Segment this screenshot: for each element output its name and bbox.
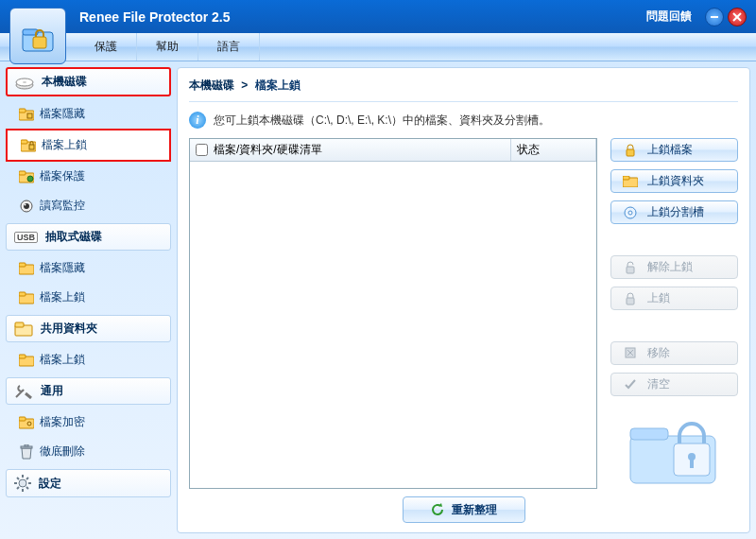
shared-folder-icon [14, 322, 33, 337]
sidebar-removable-items: 檔案隱藏 檔案上鎖 [6, 253, 171, 312]
action-label: 解除上鎖 [647, 259, 693, 275]
usb-icon: USB [14, 232, 38, 243]
work-area: 檔案/資料夾/硬碟清單 状态 上鎖檔案 上鎖資料夾 [189, 138, 738, 489]
folder-icon [19, 261, 34, 276]
svg-point-17 [27, 176, 33, 182]
action-label: 上鎖分割槽 [647, 204, 704, 220]
sidebar-item-removable-hide[interactable]: 檔案隱藏 [6, 253, 171, 283]
title-bar: Renee File Protector 2.5 問題回饋 [0, 0, 756, 33]
svg-point-34 [19, 479, 26, 487]
sidebar-cat-local-disk[interactable]: 本機磁碟 [6, 67, 171, 96]
breadcrumb-sep: > [241, 78, 248, 92]
sidebar-cat-removable[interactable]: USB 抽取式磁碟 [6, 223, 171, 251]
sidebar-item-label: 檔案上鎖 [42, 137, 87, 153]
sidebar-item-rw-monitor[interactable]: 讀寫監控 [6, 191, 171, 220]
svg-rect-45 [623, 176, 629, 180]
file-table: 檔案/資料夾/硬碟清單 状态 [189, 138, 597, 489]
folder-lock-icon [19, 353, 34, 368]
check-icon [623, 376, 638, 391]
unlock-icon [623, 260, 638, 275]
table-header: 檔案/資料夾/硬碟清單 状态 [190, 139, 596, 162]
action-label: 上鎖檔案 [647, 142, 693, 158]
sidebar-item-shared-lock[interactable]: 檔案上鎖 [6, 345, 171, 374]
svg-rect-11 [27, 113, 32, 118]
sidebar-cat-label: 本機磁碟 [42, 74, 87, 90]
lock-icon [623, 291, 638, 306]
footer: 重新整理 [189, 496, 738, 523]
sidebar-cat-label: 通用 [41, 383, 63, 399]
folder-lock-icon [21, 138, 36, 153]
folder-shield-icon [19, 169, 34, 184]
close-button[interactable] [728, 8, 747, 26]
sidebar-item-label: 檔案加密 [40, 414, 85, 430]
folder-lock-illustration [610, 404, 738, 489]
action-label: 清空 [647, 376, 670, 392]
action-label: 移除 [647, 345, 670, 361]
select-all-checkbox[interactable] [196, 144, 208, 156]
sidebar-item-file-lock[interactable]: 檔案上鎖 [6, 129, 171, 162]
sidebar-item-removable-lock[interactable]: 檔案上鎖 [6, 283, 171, 312]
lock-partition-button[interactable]: 上鎖分割槽 [610, 200, 738, 224]
lock-button[interactable]: 上鎖 [610, 287, 738, 310]
svg-rect-30 [19, 417, 26, 421]
svg-rect-16 [19, 171, 26, 175]
svg-line-42 [17, 487, 19, 489]
sidebar-item-file-hide[interactable]: 檔案隱藏 [6, 99, 171, 129]
feedback-link[interactable]: 問題回饋 [646, 9, 692, 25]
clear-button[interactable]: 清空 [610, 373, 738, 396]
sidebar-item-file-protect[interactable]: 檔案保護 [6, 162, 171, 191]
svg-rect-2 [33, 37, 46, 48]
lock-folder-icon [20, 18, 56, 54]
app-logo [9, 8, 66, 64]
refresh-button[interactable]: 重新整理 [403, 496, 525, 523]
sidebar-item-label: 徹底刪除 [40, 443, 85, 460]
svg-rect-28 [19, 355, 26, 358]
minimize-button[interactable] [705, 8, 724, 26]
menu-bar: 保護 幫助 語言 [0, 33, 756, 61]
trash-icon [19, 444, 34, 460]
col-status[interactable]: 状态 [511, 139, 596, 161]
svg-point-47 [628, 211, 632, 215]
svg-rect-48 [627, 267, 634, 273]
remove-button[interactable]: 移除 [610, 341, 738, 365]
sidebar-cat-label: 共用資料夾 [41, 321, 97, 337]
sidebar-general-items: 檔案加密 徹底刪除 [6, 408, 171, 466]
sidebar-shared-items: 檔案上鎖 [6, 345, 171, 374]
tools-icon [14, 384, 33, 399]
svg-rect-43 [627, 149, 634, 156]
lock-file-button[interactable]: 上鎖檔案 [610, 138, 738, 162]
breadcrumb-root: 本機磁碟 [189, 78, 234, 92]
svg-rect-26 [15, 322, 24, 327]
info-icon: i [189, 112, 206, 129]
svg-rect-54 [630, 428, 668, 440]
breadcrumb: 本機磁碟 > 檔案上鎖 [189, 78, 738, 102]
svg-point-20 [25, 203, 26, 205]
sidebar-cat-shared[interactable]: 共用資料夾 [6, 315, 171, 342]
gear-icon [14, 475, 31, 492]
unlock-button[interactable]: 解除上鎖 [610, 255, 738, 279]
col-items[interactable]: 檔案/資料夾/硬碟清單 [190, 139, 511, 161]
sidebar-item-label: 讀寫監控 [40, 198, 85, 214]
svg-rect-33 [25, 444, 28, 446]
main-layout: 本機磁碟 檔案隱藏 檔案上鎖 檔案保護 讀寫監控 USB 抽取式磁碟 [0, 61, 756, 539]
remove-icon [623, 345, 638, 360]
breadcrumb-leaf: 檔案上鎖 [255, 78, 301, 92]
disk-icon [15, 75, 34, 90]
sidebar-item-shred[interactable]: 徹底刪除 [6, 437, 171, 466]
sidebar-item-label: 檔案上鎖 [40, 289, 85, 305]
svg-rect-24 [19, 292, 26, 296]
lens-icon [19, 199, 34, 214]
lock-folder-button[interactable]: 上鎖資料夾 [610, 169, 738, 193]
menu-language[interactable]: 語言 [198, 33, 260, 61]
menu-protect[interactable]: 保護 [76, 33, 137, 61]
svg-rect-14 [29, 145, 34, 149]
menu-help[interactable]: 幫助 [137, 33, 198, 61]
sidebar-item-label: 檔案上鎖 [40, 352, 85, 368]
action-label: 上鎖 [647, 290, 670, 306]
sidebar-item-encrypt[interactable]: 檔案加密 [6, 408, 171, 437]
sidebar-cat-general[interactable]: 通用 [6, 377, 171, 405]
sidebar-cat-settings[interactable]: 設定 [6, 469, 171, 497]
folder-icon [623, 174, 638, 189]
info-bar: i 您可上鎖本機磁碟（C:\, D:\, E:\, K:\）中的檔案、資料夾及分… [189, 112, 738, 129]
info-text: 您可上鎖本機磁碟（C:\, D:\, E:\, K:\）中的檔案、資料夾及分割槽… [214, 113, 550, 129]
